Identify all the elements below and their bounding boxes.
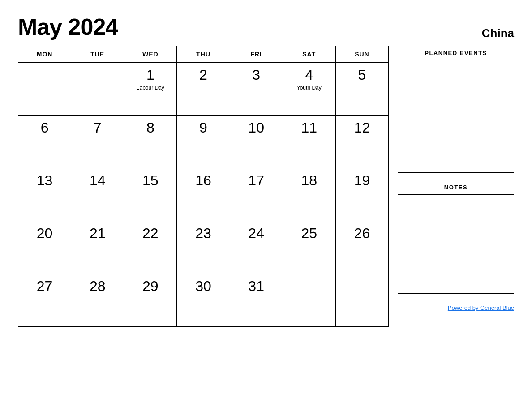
day-number: 2 — [199, 67, 207, 83]
day-number: 26 — [354, 226, 370, 241]
calendar-day-cell: 12 — [335, 116, 388, 168]
day-number: 8 — [146, 120, 154, 136]
calendar-day-cell: 2 — [177, 63, 230, 116]
dow-fri: FRI — [230, 46, 283, 63]
calendar-day-cell: 7 — [71, 116, 124, 168]
calendar-day-cell: 1Labour Day — [124, 63, 177, 116]
calendar-day-cell — [18, 63, 71, 116]
days-of-week-row: MON TUE WED THU FRI SAT SUN — [18, 46, 389, 63]
calendar-day-cell: 20 — [18, 221, 71, 274]
day-number: 25 — [301, 226, 317, 241]
calendar-section: MON TUE WED THU FRI SAT SUN 1Labour Day2… — [18, 46, 389, 327]
day-number: 20 — [37, 226, 53, 241]
day-number: 27 — [37, 278, 53, 294]
day-number: 23 — [195, 226, 211, 241]
day-number: 30 — [195, 278, 211, 294]
calendar-day-cell: 15 — [124, 168, 177, 221]
calendar-day-cell: 25 — [283, 221, 335, 274]
calendar-week-row: 1Labour Day234Youth Day5 — [18, 63, 389, 116]
day-number: 15 — [142, 173, 159, 188]
calendar-day-cell: 8 — [124, 116, 177, 168]
day-number: 5 — [358, 67, 366, 83]
calendar-table: MON TUE WED THU FRI SAT SUN 1Labour Day2… — [18, 46, 389, 327]
day-number: 1 — [146, 67, 154, 83]
planned-events-box: PLANNED EVENTS — [398, 46, 514, 173]
dow-sat: SAT — [283, 46, 335, 63]
day-number: 14 — [90, 173, 106, 188]
calendar-day-cell: 24 — [230, 221, 283, 274]
calendar-day-cell: 11 — [283, 116, 335, 168]
calendar-day-cell: 21 — [71, 221, 124, 274]
day-number: 19 — [354, 173, 370, 188]
planned-events-header: PLANNED EVENTS — [398, 46, 514, 60]
calendar-day-cell: 23 — [177, 221, 230, 274]
day-number: 7 — [94, 120, 102, 136]
day-number: 29 — [142, 278, 159, 294]
calendar-day-cell: 18 — [283, 168, 335, 221]
day-number: 24 — [248, 226, 264, 241]
day-number: 3 — [252, 67, 260, 83]
calendar-day-cell: 10 — [230, 116, 283, 168]
day-number: 18 — [301, 173, 317, 188]
calendar-day-cell — [71, 63, 124, 116]
calendar-day-cell: 26 — [335, 221, 388, 274]
calendar-day-cell: 16 — [177, 168, 230, 221]
calendar-day-cell: 9 — [177, 116, 230, 168]
day-number: 17 — [248, 173, 264, 188]
main-content: MON TUE WED THU FRI SAT SUN 1Labour Day2… — [18, 46, 514, 327]
dow-wed: WED — [124, 46, 177, 63]
holiday-name: Labour Day — [137, 85, 164, 91]
day-number: 13 — [37, 173, 53, 188]
holiday-name: Youth Day — [297, 85, 322, 91]
day-number: 28 — [90, 278, 106, 294]
dow-thu: THU — [177, 46, 230, 63]
notes-box: NOTES — [398, 180, 514, 294]
notes-header: NOTES — [398, 180, 514, 195]
calendar-day-cell: 31 — [230, 274, 283, 327]
dow-tue: TUE — [71, 46, 124, 63]
sidebar: PLANNED EVENTS NOTES Powered by General … — [398, 46, 514, 327]
calendar-day-cell: 13 — [18, 168, 71, 221]
calendar-day-cell — [283, 274, 335, 327]
calendar-day-cell: 30 — [177, 274, 230, 327]
day-number: 22 — [142, 226, 159, 241]
page-container: May 2024 China MON TUE WED THU FRI SAT S… — [18, 13, 514, 327]
calendar-day-cell: 3 — [230, 63, 283, 116]
header: May 2024 China — [18, 13, 514, 40]
calendar-day-cell: 22 — [124, 221, 177, 274]
calendar-week-row: 13141516171819 — [18, 168, 389, 221]
notes-body — [398, 195, 514, 293]
calendar-day-cell: 17 — [230, 168, 283, 221]
calendar-week-row: 6789101112 — [18, 116, 389, 168]
month-year-title: May 2024 — [18, 13, 118, 40]
day-number: 9 — [199, 120, 207, 136]
country-title: China — [482, 26, 514, 40]
planned-events-body — [398, 60, 514, 172]
dow-sun: SUN — [335, 46, 388, 63]
calendar-day-cell: 19 — [335, 168, 388, 221]
day-number: 16 — [195, 173, 211, 188]
calendar-day-cell: 14 — [71, 168, 124, 221]
calendar-day-cell: 4Youth Day — [283, 63, 335, 116]
powered-by: Powered by General Blue — [398, 304, 514, 311]
calendar-week-row: 20212223242526 — [18, 221, 389, 274]
calendar-week-row: 2728293031 — [18, 274, 389, 327]
powered-by-link[interactable]: Powered by General Blue — [448, 304, 514, 311]
calendar-day-cell: 5 — [335, 63, 388, 116]
day-number: 6 — [41, 120, 49, 136]
dow-mon: MON — [18, 46, 71, 63]
calendar-day-cell: 28 — [71, 274, 124, 327]
day-number: 21 — [90, 226, 106, 241]
calendar-day-cell: 29 — [124, 274, 177, 327]
calendar-day-cell: 27 — [18, 274, 71, 327]
day-number: 12 — [354, 120, 370, 136]
calendar-day-cell — [335, 274, 388, 327]
calendar-day-cell: 6 — [18, 116, 71, 168]
day-number: 31 — [248, 278, 264, 294]
day-number: 10 — [248, 120, 264, 136]
day-number: 4 — [305, 67, 313, 83]
day-number: 11 — [301, 120, 317, 136]
